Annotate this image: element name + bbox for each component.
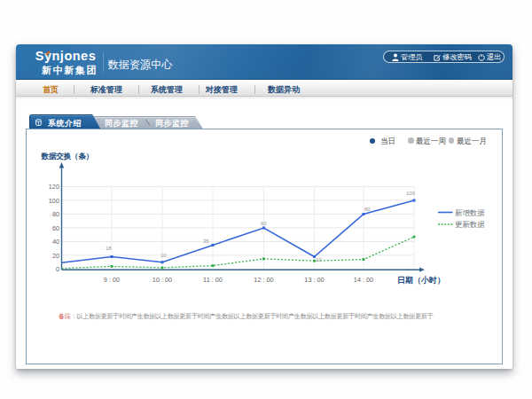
svg-text:100: 100 (49, 197, 59, 205)
svg-text:20: 20 (52, 252, 59, 260)
svg-text:60: 60 (52, 224, 59, 232)
svg-text:35: 35 (203, 239, 209, 244)
svg-text:9 : 00: 9 : 00 (104, 276, 120, 284)
svg-text:10 : 00: 10 : 00 (153, 276, 172, 284)
svg-text:14 : 00: 14 : 00 (354, 276, 373, 284)
svg-text:80: 80 (52, 210, 59, 218)
svg-text:新增数据: 新增数据 (455, 208, 485, 217)
svg-text:60: 60 (261, 221, 267, 226)
svg-text:80: 80 (364, 207, 371, 212)
svg-text:更新数据: 更新数据 (455, 220, 485, 229)
svg-text:10: 10 (316, 257, 322, 262)
svg-text:120: 120 (49, 183, 59, 191)
svg-text:10: 10 (160, 253, 167, 258)
svg-text:0: 0 (56, 265, 59, 273)
svg-text:13 : 00: 13 : 00 (304, 276, 324, 284)
svg-text:12 : 00: 12 : 00 (254, 276, 273, 284)
svg-text:数据交换（条）: 数据交换（条） (41, 152, 94, 160)
svg-text:日期（小时）: 日期（小时） (397, 276, 445, 285)
svg-text:40: 40 (52, 238, 59, 246)
svg-text:18: 18 (106, 246, 112, 251)
svg-text:100: 100 (406, 191, 416, 196)
svg-text:11 : 00: 11 : 00 (203, 276, 223, 284)
